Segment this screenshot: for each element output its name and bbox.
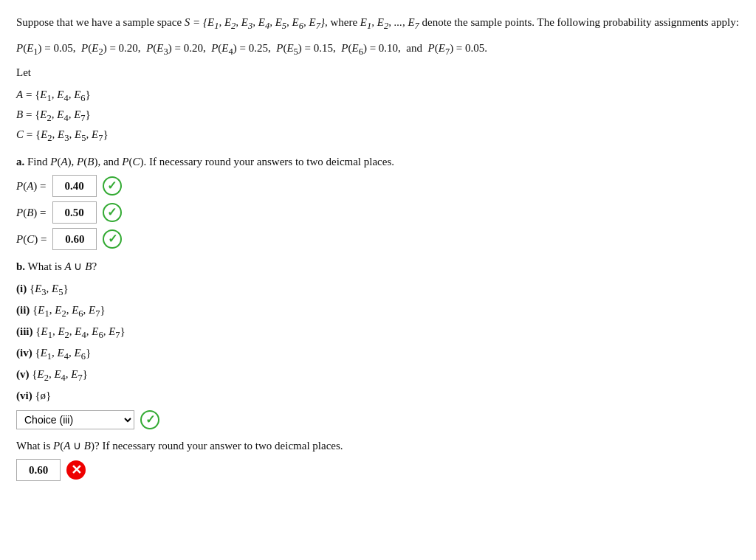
set-definitions: A = {E1, E4, E6} B = {E2, E4, E7} C = {E… (16, 86, 740, 145)
sample-points-note: E1, E2, ..., E7 (360, 16, 419, 28)
option-ii: (ii) {E1, E2, E6, E7} (16, 301, 740, 321)
option-vi: (vi) {ø} (16, 387, 740, 404)
PC-row: P(C) = 0.60 ✓ (16, 228, 740, 250)
sample-space-def: S = {E1, E2, E3, E4, E5, E6, E7} (185, 16, 325, 28)
part-b-question: b. What is A ∪ B? (16, 257, 740, 275)
PA-check-icon: ✓ (103, 176, 122, 196)
set-C: C = {E2, E3, E5, E7} (16, 125, 740, 145)
choice-select[interactable]: Choice (i) Choice (ii) Choice (iii) Choi… (16, 410, 134, 429)
intro-text-2: , where (325, 16, 360, 28)
intro-text-3: denote the sample points. The following … (419, 16, 739, 28)
intro-text-1: Suppose that we have a sample space (16, 16, 185, 28)
PA-input[interactable]: 0.40 (52, 175, 97, 197)
final-answer-row: 0.60 ✕ (16, 459, 740, 481)
PC-check-icon: ✓ (103, 229, 122, 249)
prob-assignments: P(E1) = 0.05, P(E2) = 0.20, P(E3) = 0.20… (16, 39, 740, 59)
option-iv: (iv) {E1, E4, E6} (16, 344, 740, 364)
choice-row: Choice (i) Choice (ii) Choice (iii) Choi… (16, 410, 740, 429)
let-label: Let (16, 63, 740, 81)
PB-row: P(B) = 0.50 ✓ (16, 201, 740, 224)
set-A: A = {E1, E4, E6} (16, 86, 740, 106)
PB-check-icon: ✓ (103, 203, 122, 222)
followup-question: What is P(A ∪ B)? If necessary round you… (16, 437, 740, 454)
intro-text: Suppose that we have a sample space S = … (16, 13, 740, 33)
option-v: (v) {E2, E4, E7} (16, 365, 740, 385)
final-answer-input[interactable]: 0.60 (16, 459, 61, 481)
part-b-options: (i) {E3, E5} (ii) {E1, E2, E6, E7} (iii)… (16, 280, 740, 404)
PC-label: P(C) = (16, 230, 47, 248)
PA-row: P(A) = 0.40 ✓ (16, 175, 740, 197)
PA-label: P(A) = (16, 177, 47, 195)
PB-label: P(B) = (16, 204, 47, 221)
PB-input[interactable]: 0.50 (52, 201, 97, 224)
PC-input[interactable]: 0.60 (52, 228, 97, 250)
option-i: (i) {E3, E5} (16, 280, 740, 300)
set-B: B = {E2, E4, E7} (16, 106, 740, 125)
option-iii: (iii) {E1, E2, E4, E6, E7} (16, 322, 740, 342)
choice-check-icon: ✓ (140, 410, 159, 429)
part-a-question: a. Find P(A), P(B), and P(C). If necessa… (16, 153, 740, 170)
final-answer-cross-icon: ✕ (66, 460, 86, 480)
